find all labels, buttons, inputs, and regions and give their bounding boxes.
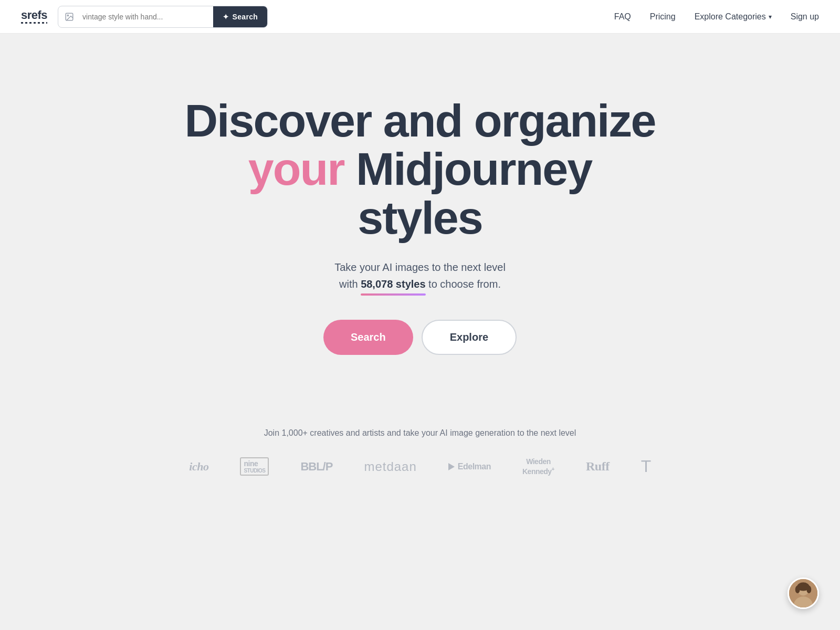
brand-bbl: BBL/P	[300, 460, 332, 474]
signup-link[interactable]: Sign up	[791, 12, 819, 22]
search-bar: ✦ Search	[58, 6, 268, 28]
search-button-nav[interactable]: ✦ Search	[213, 6, 267, 28]
logo-text: srefs	[21, 9, 47, 21]
logo-underline	[21, 22, 47, 24]
brand-nine: nineSTUDIOS	[240, 457, 269, 476]
faq-link[interactable]: FAQ	[614, 12, 631, 22]
hero-title: Discover and organize your Midjourney st…	[185, 97, 656, 242]
brand-edelman: Edelman	[448, 462, 491, 471]
hero-search-button[interactable]: Search	[323, 320, 413, 355]
brand-echo: icho	[189, 460, 208, 474]
svg-point-6	[795, 586, 800, 593]
style-count: 58,078 styles	[361, 276, 425, 292]
social-proof-section: Join 1,000+ creatives and artists and ta…	[0, 386, 840, 497]
navbar: srefs ✦ Search FAQ Pricing Explore Categ…	[0, 0, 840, 34]
chevron-down-icon: ▾	[769, 13, 772, 20]
brand-logos: icho nineSTUDIOS BBL/P metdaan Edelman W…	[21, 457, 819, 476]
hero-subtitle: Take your AI images to the next level wi…	[334, 259, 506, 292]
brand-wieden: WiedenKennedy+	[522, 457, 554, 476]
hero-explore-button[interactable]: Explore	[422, 320, 517, 355]
stars-icon: ✦	[223, 13, 229, 21]
brand-metdaan: metdaan	[364, 459, 416, 474]
navbar-left: srefs ✦ Search	[21, 6, 268, 28]
hero-your-text: your	[248, 143, 344, 195]
svg-point-7	[806, 586, 811, 593]
svg-point-1	[67, 15, 68, 16]
navbar-right: FAQ Pricing Explore Categories ▾ Sign up	[614, 12, 819, 22]
social-proof-text: Join 1,000+ creatives and artists and ta…	[264, 428, 576, 438]
logo[interactable]: srefs	[21, 9, 47, 24]
image-search-icon	[58, 12, 80, 22]
brand-ruff: Ruff	[586, 459, 610, 474]
search-input[interactable]	[80, 13, 213, 21]
hero-section: Discover and organize your Midjourney st…	[0, 34, 840, 386]
edelman-triangle-icon	[448, 463, 455, 470]
avatar[interactable]	[788, 578, 819, 609]
hero-buttons: Search Explore	[323, 320, 517, 355]
pricing-link[interactable]: Pricing	[650, 12, 676, 22]
avatar-image	[789, 579, 817, 607]
explore-categories-link[interactable]: Explore Categories ▾	[695, 12, 772, 22]
brand-t: T	[641, 457, 651, 476]
